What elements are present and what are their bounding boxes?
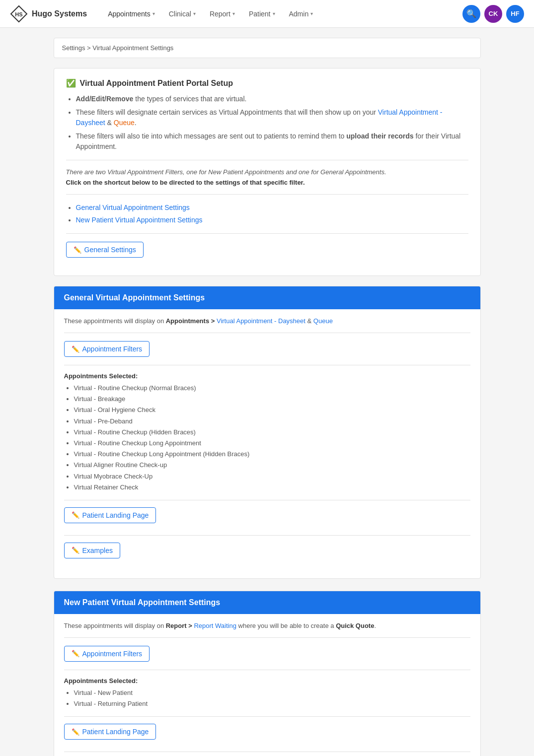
list-item: Virtual - New Patient	[74, 688, 470, 697]
new-patient-section-body: These appointments will display on Repor…	[54, 614, 480, 756]
list-item: Virtual Retainer Check	[74, 483, 470, 492]
info-italic: There are two Virtual Appointment Filter…	[66, 168, 468, 176]
list-item: Virtual - Routine Checkup (Normal Braces…	[74, 384, 470, 393]
new-patient-section-card: New Patient Virtual Appointment Settings…	[54, 591, 481, 756]
list-item: Virtual Myobrace Check-Up	[74, 472, 470, 481]
list-item: Virtual - Routine Checkup Long Appointme…	[74, 439, 470, 448]
general-section-header: General Virtual Appointment Settings	[54, 286, 480, 309]
list-item: Virtual - Routine Checkup (Hidden Braces…	[74, 428, 470, 437]
info-bold: Click on the shortcut below to be direct…	[66, 179, 468, 186]
queue-link[interactable]: Queue	[114, 119, 135, 127]
search-button[interactable]: 🔍	[462, 5, 480, 23]
checkmark-icon: ✅	[66, 78, 76, 88]
info-bullet-2: These filters will designate certain ser…	[76, 107, 468, 128]
pencil-icon: ✏️	[72, 547, 79, 554]
new-patient-appt-list: Virtual - New Patient Virtual - Returnin…	[74, 688, 470, 708]
shortcut-general-link[interactable]: General Virtual Appointment Settings	[76, 204, 190, 211]
nav-patient[interactable]: Patient ▾	[243, 7, 281, 21]
user-hf-button[interactable]: HF	[506, 5, 524, 23]
pencil-icon: ✏️	[72, 650, 79, 657]
general-section-body: These appointments will display on Appoi…	[54, 309, 480, 578]
list-item: Virtual - Routine Checkup Long Appointme…	[74, 450, 470, 459]
new-patient-appointment-filters-button[interactable]: ✏️ Appointment Filters	[64, 646, 150, 662]
info-card: ✅ Virtual Appointment Patient Portal Set…	[54, 68, 481, 276]
nav-clinical[interactable]: Clinical ▾	[163, 7, 202, 21]
breadcrumb: Settings > Virtual Appointment Settings	[54, 38, 481, 58]
pencil-icon: ✏️	[74, 246, 81, 254]
nav-admin[interactable]: Admin ▾	[283, 7, 319, 21]
nav-links: Appointments ▾ Clinical ▾ Report ▾ Patie…	[102, 7, 462, 21]
general-daysheet-link[interactable]: Virtual Appointment - Daysheet	[217, 317, 305, 325]
general-examples-row: ✏️ Examples	[64, 535, 470, 566]
pencil-icon: ✏️	[72, 511, 79, 519]
pencil-icon: ✏️	[72, 345, 79, 353]
general-settings-button[interactable]: ✏️ General Settings	[66, 242, 144, 258]
info-bullet-1: Add/Edit/Remove the types of services th…	[76, 94, 468, 104]
chevron-down-icon: ▾	[232, 11, 235, 16]
chevron-down-icon: ▾	[153, 11, 155, 16]
general-appt-label: Appointments Selected:	[64, 372, 470, 380]
new-patient-section-desc: These appointments will display on Repor…	[64, 622, 470, 638]
navbar: HS Hugo Systems Appointments ▾ Clinical …	[0, 0, 534, 28]
new-patient-appt-label: Appointments Selected:	[64, 677, 470, 685]
general-appointments-selected: Appointments Selected: Virtual - Routine…	[64, 365, 470, 492]
new-patient-landing-row: ✏️ Patient Landing Page	[64, 716, 470, 748]
info-card-title: ✅ Virtual Appointment Patient Portal Set…	[66, 78, 468, 88]
chevron-down-icon: ▾	[193, 11, 196, 16]
logo-icon: HS	[10, 5, 28, 23]
user-ck-button[interactable]: CK	[484, 5, 502, 23]
general-queue-link[interactable]: Queue	[313, 317, 333, 325]
breadcrumb-text: Settings > Virtual Appointment Settings	[62, 44, 174, 52]
chevron-down-icon: ▾	[273, 11, 275, 16]
list-item: Virtual - Breakage	[74, 395, 470, 404]
general-section-desc: These appointments will display on Appoi…	[64, 317, 470, 333]
general-patient-landing-row: ✏️ Patient Landing Page	[64, 500, 470, 531]
main-content: Settings > Virtual Appointment Settings …	[44, 38, 491, 756]
info-bullets: Add/Edit/Remove the types of services th…	[76, 94, 468, 152]
navbar-right: 🔍 CK HF	[462, 5, 524, 23]
general-section-card: General Virtual Appointment Settings The…	[54, 286, 481, 579]
brand: HS Hugo Systems	[10, 5, 87, 23]
list-item: Virtual - Returning Patient	[74, 699, 470, 708]
general-examples-button[interactable]: ✏️ Examples	[64, 543, 120, 558]
list-item: Virtual - Oral Hygiene Check	[74, 406, 470, 414]
list-item: Virtual Aligner Routine Check-up	[74, 461, 470, 470]
new-patient-landing-button[interactable]: ✏️ Patient Landing Page	[64, 724, 156, 740]
new-patient-report-link[interactable]: Report Waiting	[194, 622, 236, 629]
shortcut-links: General Virtual Appointment Settings New…	[76, 203, 468, 225]
pencil-icon: ✏️	[72, 728, 79, 736]
nav-appointments[interactable]: Appointments ▾	[102, 7, 161, 21]
svg-text:HS: HS	[15, 11, 22, 17]
info-bullet-3: These filters will also tie into which m…	[76, 131, 468, 152]
brand-name: Hugo Systems	[32, 9, 87, 18]
list-item: Virtual - Pre-Deband	[74, 417, 470, 426]
general-patient-landing-button[interactable]: ✏️ Patient Landing Page	[64, 507, 156, 523]
chevron-down-icon: ▾	[310, 11, 313, 16]
shortcut-new-patient-link[interactable]: New Patient Virtual Appointment Settings	[76, 216, 203, 224]
nav-report[interactable]: Report ▾	[204, 7, 241, 21]
new-patient-section-header: New Patient Virtual Appointment Settings	[54, 591, 480, 614]
general-appt-list: Virtual - Routine Checkup (Normal Braces…	[74, 384, 470, 492]
new-patient-examples-row: ✏️ Examples	[64, 752, 470, 756]
general-appointment-filters-button[interactable]: ✏️ Appointment Filters	[64, 341, 150, 357]
new-patient-appointments-selected: Appointments Selected: Virtual - New Pat…	[64, 670, 470, 708]
